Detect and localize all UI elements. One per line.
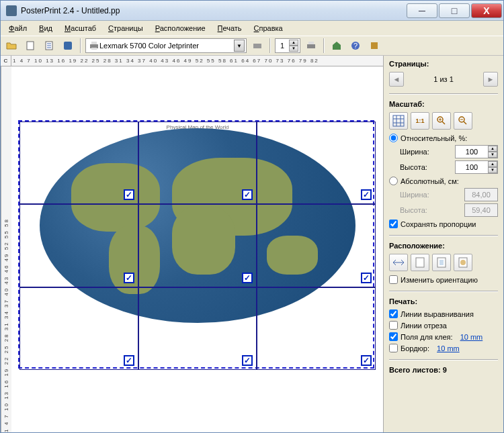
print-header: Печать:: [389, 297, 498, 305]
abs-height-field: [464, 203, 498, 217]
ruler-vertical: 1 4 7 10 13 16 19 22 25 28 31 34 37 40 4…: [1, 66, 11, 433]
menu-print[interactable]: Печать: [212, 23, 247, 34]
app-icon: [6, 5, 17, 16]
menu-file[interactable]: Файл: [3, 23, 32, 34]
poster-cell-checkbox[interactable]: ✓: [361, 273, 372, 283]
poster-cell-checkbox[interactable]: ✓: [124, 273, 134, 283]
poster-cell[interactable]: [138, 287, 257, 370]
total-label: Всего листов:: [389, 366, 441, 374]
absolute-label: Абсолютный, см:: [401, 177, 459, 185]
print-button[interactable]: [303, 38, 319, 54]
copies-input[interactable]: [276, 42, 289, 50]
ruler-corner: C: [1, 56, 11, 66]
page-prev-button[interactable]: ◄: [389, 72, 404, 87]
maximize-button[interactable]: □: [439, 3, 470, 18]
copies-stepper[interactable]: ▲▼: [275, 38, 300, 53]
printer-settings-button[interactable]: [249, 38, 265, 54]
border-link[interactable]: 10 mm: [437, 344, 460, 352]
rotate-label: Изменить ориентацию: [401, 276, 478, 284]
svg-rect-4: [91, 42, 97, 44]
printer-icon: [89, 40, 99, 51]
page-next-button[interactable]: ►: [483, 72, 498, 87]
abs-width-field: [464, 188, 498, 201]
layout-btn-4[interactable]: [454, 254, 472, 271]
poster-cell[interactable]: [257, 204, 376, 287]
printer-dropdown-icon[interactable]: ▼: [234, 40, 245, 52]
copies-up[interactable]: ▲: [289, 40, 298, 46]
scale-11-button[interactable]: 1:1: [411, 112, 429, 130]
relative-label: Относительный, %:: [401, 134, 467, 142]
ruler-horizontal: 1 4 7 10 13 16 19 22 25 28 31 34 37 40 4…: [11, 56, 383, 66]
keep-proportions-checkbox[interactable]: [389, 220, 398, 228]
copies-down[interactable]: ▼: [289, 46, 298, 52]
width-stepper[interactable]: ▲▼: [455, 145, 498, 158]
glue-checkbox[interactable]: [389, 332, 398, 341]
border-label: Бордюр:: [401, 344, 429, 352]
help-button[interactable]: ?: [347, 38, 364, 54]
poster-cell[interactable]: [138, 122, 257, 204]
poster-cell-checkbox[interactable]: ✓: [124, 355, 134, 366]
rotate-checkbox[interactable]: [389, 275, 398, 284]
poster-cell-checkbox[interactable]: ✓: [242, 189, 253, 200]
glue-link[interactable]: 10 mm: [460, 333, 483, 341]
abs-height-label: Высота:: [400, 206, 437, 214]
svg-rect-0: [27, 42, 34, 50]
zoom-in-button[interactable]: [432, 112, 451, 130]
poster-cell[interactable]: [138, 204, 257, 287]
poster-cell[interactable]: [19, 122, 138, 204]
zoom-out-button[interactable]: [454, 112, 472, 130]
menubar: ФайлВидМасштабСтраницыРасположениеПечать…: [1, 21, 503, 36]
poster-cell-checkbox[interactable]: ✓: [124, 189, 134, 200]
canvas[interactable]: Physical Map of the World ✓✓✓✓✓✓✓✓✓: [11, 66, 383, 433]
svg-rect-15: [416, 258, 424, 267]
poster-cell[interactable]: [257, 287, 376, 370]
minimize-button[interactable]: ─: [407, 3, 437, 18]
scale-header: Масштаб:: [389, 100, 498, 108]
printer-select[interactable]: Lexmark 5700 Color Jetprinter ▼: [85, 38, 247, 53]
layout-header: Расположение:: [389, 242, 498, 250]
svg-rect-5: [91, 48, 97, 50]
poster-cell-checkbox[interactable]: ✓: [361, 189, 372, 200]
sidebar: Страницы: ◄ 1 из 1 ► Масштаб: 1:1 Относи…: [384, 56, 503, 433]
poster-cell-checkbox[interactable]: ✓: [242, 355, 253, 366]
absolute-radio[interactable]: [389, 177, 398, 185]
svg-rect-7: [307, 44, 315, 48]
total-value: 9: [443, 366, 447, 374]
relative-radio[interactable]: [389, 134, 398, 142]
poster-cell[interactable]: [257, 122, 376, 204]
svg-rect-6: [253, 44, 261, 48]
layout-btn-3[interactable]: [432, 254, 451, 271]
doc2-button[interactable]: [41, 38, 57, 54]
menu-layout[interactable]: Расположение: [150, 23, 211, 34]
printer-name: Lexmark 5700 Color Jetprinter: [99, 42, 234, 50]
poster-grid[interactable]: Physical Map of the World ✓✓✓✓✓✓✓✓✓: [18, 120, 374, 369]
width-label: Ширина:: [400, 148, 437, 156]
menu-pages[interactable]: Страницы: [103, 23, 149, 34]
border-checkbox[interactable]: [389, 344, 398, 352]
close-button[interactable]: X: [471, 3, 502, 18]
svg-rect-11: [371, 42, 378, 49]
layout-btn-2[interactable]: [411, 254, 429, 271]
poster-cell-checkbox[interactable]: ✓: [242, 273, 253, 283]
layout-btn-1[interactable]: [389, 254, 408, 271]
menu-scale[interactable]: Масштаб: [59, 23, 101, 34]
poster-cell[interactable]: [19, 287, 138, 370]
align-lines-label: Линии выравнивания: [401, 310, 474, 318]
menu-view[interactable]: Вид: [34, 23, 58, 34]
svg-rect-2: [64, 42, 72, 50]
keep-proportions-label: Сохранять пропорции: [401, 220, 476, 228]
home-button[interactable]: [329, 38, 345, 54]
align-lines-checkbox[interactable]: [389, 309, 398, 318]
svg-rect-12: [393, 115, 404, 126]
menu-help[interactable]: Справка: [249, 23, 288, 34]
grid-tool-button[interactable]: [389, 112, 408, 130]
height-label: Высота:: [400, 163, 437, 171]
poster-cell-checkbox[interactable]: ✓: [361, 355, 372, 366]
open-button[interactable]: [3, 38, 19, 54]
height-stepper[interactable]: ▲▼: [455, 160, 498, 174]
cut-lines-checkbox[interactable]: [389, 321, 398, 330]
doc3-button[interactable]: [60, 38, 76, 54]
info-button[interactable]: [366, 38, 382, 54]
doc1-button[interactable]: [22, 38, 38, 54]
poster-cell[interactable]: [19, 204, 138, 287]
